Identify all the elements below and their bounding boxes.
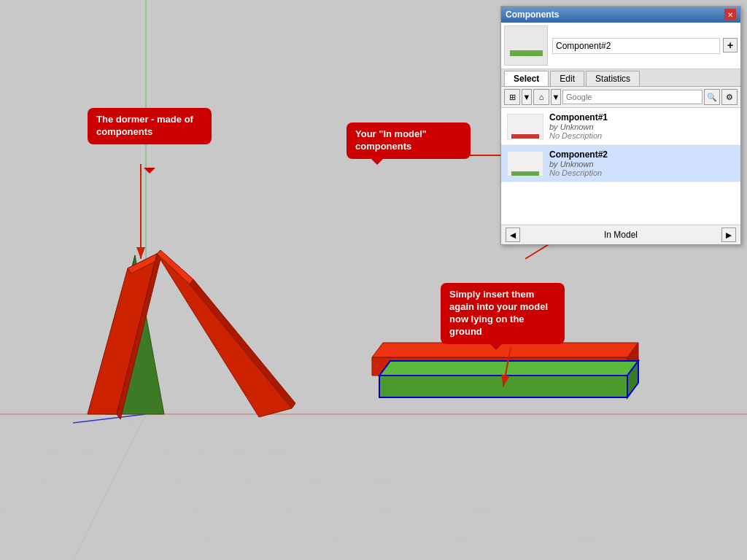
viewport: The dormer - made of components Your "In… — [0, 0, 747, 560]
component-name-input[interactable] — [552, 38, 720, 54]
callout-insert: Simply insert them again into your model… — [441, 283, 565, 344]
panel-close-button[interactable]: ✕ — [724, 9, 736, 20]
svg-line-6 — [73, 414, 146, 560]
footer-label: In Model — [520, 230, 721, 240]
footer-back-button[interactable]: ◄ — [506, 228, 520, 242]
component-item-2[interactable]: Component#2 by Unknown No Description — [501, 145, 740, 182]
tab-statistics[interactable]: Statistics — [586, 71, 640, 86]
component-desc-1: No Description — [549, 131, 735, 140]
callout-inmodel-text: Your "In model" components — [355, 128, 427, 152]
svg-marker-27 — [379, 376, 627, 397]
svg-marker-18 — [88, 254, 157, 414]
svg-marker-17 — [95, 255, 135, 414]
svg-line-5 — [0, 414, 146, 474]
panel-tabs: Select Edit Statistics — [501, 69, 740, 87]
svg-marker-16 — [106, 255, 164, 414]
search-button[interactable]: 🔍 — [704, 89, 720, 105]
view-dropdown-button[interactable]: ▼ — [522, 89, 532, 105]
components-panel: Components ✕ + Select Edit Statistics ⊞ … — [500, 6, 741, 245]
svg-line-11 — [146, 414, 657, 560]
svg-marker-21 — [157, 254, 292, 417]
callout-insert-text: Simply insert them again into your model… — [449, 289, 548, 337]
callout-dormer: The dormer - made of components — [88, 108, 212, 144]
callout-inmodel: Your "In model" components — [347, 122, 471, 159]
svg-marker-22 — [157, 250, 193, 284]
settings-button[interactable]: ⚙ — [721, 89, 738, 105]
svg-marker-29 — [627, 361, 638, 397]
component-desc-2: No Description — [549, 168, 735, 177]
home-dropdown-button[interactable]: ▼ — [551, 89, 561, 105]
component-item-1[interactable]: Component#1 by Unknown No Description — [501, 108, 740, 145]
svg-marker-28 — [379, 361, 638, 376]
home-button[interactable]: ⌂ — [533, 89, 549, 105]
callout-dormer-text: The dormer - made of components — [96, 114, 193, 137]
component-author-1: by Unknown — [549, 122, 735, 131]
panel-title: Components — [506, 9, 559, 20]
component-author-2: by Unknown — [549, 160, 735, 168]
svg-line-9 — [146, 414, 365, 560]
panel-toolbar: ⊞ ▼ ⌂ ▼ 🔍 ⚙ — [501, 87, 740, 108]
component-name-1: Component#1 — [549, 112, 735, 122]
tab-select[interactable]: Select — [504, 71, 549, 86]
component-list: Component#1 by Unknown No Description Co… — [501, 108, 740, 225]
svg-line-34 — [503, 347, 511, 386]
svg-line-10 — [146, 414, 511, 560]
component-name-2: Component#2 — [549, 149, 735, 160]
svg-line-3 — [73, 414, 146, 560]
svg-marker-20 — [117, 254, 160, 419]
svg-line-2 — [73, 414, 146, 423]
svg-line-8 — [0, 414, 146, 510]
panel-titlebar: Components ✕ — [501, 7, 740, 23]
svg-marker-26 — [627, 343, 638, 376]
add-component-button[interactable]: + — [723, 38, 738, 52]
svg-line-7 — [146, 414, 219, 560]
footer-forward-button[interactable]: ► — [721, 228, 736, 242]
preview-thumbnail — [504, 26, 548, 66]
component-thumb-1 — [507, 114, 543, 139]
view-toggle-button[interactable]: ⊞ — [504, 89, 520, 105]
component-info-2: Component#2 by Unknown No Description — [549, 149, 735, 177]
panel-footer: ◄ In Model ► — [501, 225, 740, 244]
svg-marker-25 — [372, 343, 638, 357]
component-thumb-2 — [507, 151, 543, 176]
svg-marker-23 — [190, 279, 295, 408]
search-input[interactable] — [562, 90, 703, 104]
svg-marker-19 — [128, 254, 160, 273]
tab-edit[interactable]: Edit — [550, 71, 584, 86]
component-info-1: Component#1 by Unknown No Description — [549, 112, 735, 140]
svg-marker-24 — [372, 357, 627, 376]
